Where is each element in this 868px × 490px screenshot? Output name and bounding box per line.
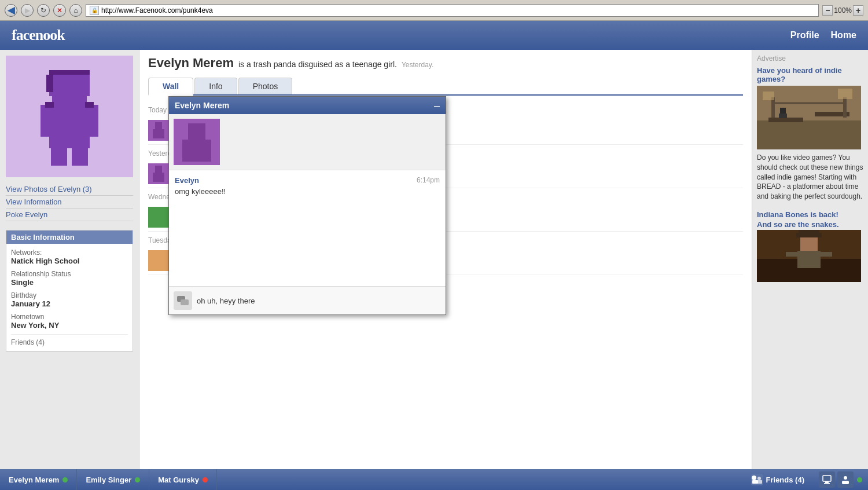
svg-rect-21 <box>188 123 205 140</box>
main-content: View Photos of Evelyn (3) View Informati… <box>0 50 868 469</box>
svg-rect-22 <box>182 140 211 162</box>
relationship-label: Relationship Status <box>11 270 128 278</box>
chat-reply-text: oh uh, heyy there <box>197 297 255 305</box>
home-button[interactable]: ⌂ <box>69 4 82 17</box>
svg-rect-12 <box>45 102 54 108</box>
svg-rect-51 <box>824 483 830 484</box>
profile-tabs: Wall Info Photos <box>148 78 743 96</box>
ad1-title[interactable]: Have you heard of indie games? <box>757 66 863 83</box>
zoom-level: 100% <box>834 6 852 14</box>
svg-rect-26 <box>757 120 861 149</box>
svg-rect-34 <box>763 92 774 100</box>
chat-bar-name-evelyn: Evelyn Merem <box>9 476 59 484</box>
ad1-image <box>757 86 861 149</box>
site-logo[interactable]: facenook <box>12 27 65 44</box>
post-avatar-2-icon <box>148 163 169 184</box>
status-dot-mat <box>203 477 208 482</box>
friends-icon <box>751 474 763 485</box>
chat-bar-friends[interactable]: Friends (4) <box>742 469 813 490</box>
svg-rect-45 <box>752 476 756 480</box>
hometown-row: Hometown New York, NY <box>11 313 128 330</box>
relationship-value: Single <box>11 278 128 287</box>
left-sidebar: View Photos of Evelyn (3) View Informati… <box>0 50 139 469</box>
birthday-value: January 12 <box>11 299 128 308</box>
svg-rect-11 <box>62 98 76 105</box>
svg-rect-24 <box>181 299 189 305</box>
profile-picture <box>6 56 133 177</box>
address-icon: 🔒 <box>90 6 99 15</box>
stop-button[interactable]: ✕ <box>53 4 66 17</box>
birthday-label: Birthday <box>11 291 128 299</box>
svg-rect-33 <box>843 97 847 118</box>
chat-minimize-button[interactable]: – <box>434 100 440 111</box>
nav-home[interactable]: Home <box>831 30 856 41</box>
profile-silhouette-icon <box>23 64 116 169</box>
zoom-controls: − 100% + <box>822 5 863 16</box>
address-bar[interactable]: 🔒 http://www.Facenook.com/punk4eva <box>86 4 819 17</box>
ad1-description[interactable]: Do you like video games? You should chec… <box>757 153 863 202</box>
nav-profile[interactable]: Profile <box>790 30 819 41</box>
networks-label: Networks: <box>11 248 128 257</box>
svg-rect-44 <box>757 230 861 282</box>
back-button[interactable]: ◀ <box>5 4 17 17</box>
svg-rect-15 <box>155 122 162 129</box>
zoom-out-button[interactable]: − <box>822 5 833 16</box>
tab-info[interactable]: Info <box>194 78 237 94</box>
svg-point-52 <box>844 476 847 480</box>
chat-header: Evelyn Merem – <box>169 97 446 114</box>
zoom-in-button[interactable]: + <box>853 5 863 16</box>
chat-bar-item-mat[interactable]: Mat Gursky <box>149 469 217 490</box>
ad-block-2: Indiana Bones is back! And so are the sn… <box>757 210 863 282</box>
friends-list-icon <box>752 476 762 484</box>
center-content: Evelyn Merem is a trash panda disguised … <box>139 50 752 469</box>
chat-bar-name-mat: Mat Gursky <box>158 476 199 484</box>
browser-toolbar: ◀ ▶ ↻ ✕ ⌂ 🔒 http://www.Facenook.com/punk… <box>0 0 868 21</box>
view-photos-link[interactable]: View Photos of Evelyn (3) <box>6 183 133 196</box>
svg-rect-9 <box>51 148 67 166</box>
chat-body: Evelyn 6:14pm omg kyleeeee!! <box>169 170 446 286</box>
post-avatar-4 <box>148 250 169 271</box>
svg-rect-49 <box>823 476 831 481</box>
chat-input-area: oh uh, heyy there <box>169 286 446 315</box>
tab-photos[interactable]: Photos <box>238 78 293 94</box>
chat-status-dot <box>857 477 862 482</box>
svg-rect-5 <box>46 75 53 92</box>
basic-info-section: Basic Information Networks: Natick High … <box>6 230 133 352</box>
ad2-image <box>757 230 861 282</box>
chat-settings-button[interactable] <box>819 471 835 488</box>
basic-info-body: Networks: Natick High School Relationshi… <box>6 244 133 351</box>
poke-link[interactable]: Poke Evelyn <box>6 209 133 221</box>
svg-rect-19 <box>153 173 164 182</box>
status-dot-evelyn <box>62 477 68 482</box>
svg-rect-7 <box>41 105 52 137</box>
hometown-label: Hometown <box>11 313 128 321</box>
refresh-button[interactable]: ↻ <box>37 4 50 17</box>
view-info-link[interactable]: View Information <box>6 196 133 209</box>
friends-count[interactable]: Friends (4) <box>11 334 128 346</box>
chat-bar-item-evelyn[interactable]: Evelyn Merem <box>0 469 77 490</box>
chat-window-title: Evelyn Merem <box>175 101 229 110</box>
ad1-image-svg <box>757 86 861 149</box>
ad-block-1: Have you heard of indie games? <box>757 66 863 202</box>
hometown-value: New York, NY <box>11 321 128 330</box>
svg-rect-4 <box>49 70 90 75</box>
ad2-title2[interactable]: And so are the snakes. <box>757 220 863 229</box>
svg-rect-35 <box>838 89 852 99</box>
svg-rect-48 <box>757 480 762 484</box>
advertise-label: Advertise <box>757 54 863 63</box>
chat-bar-item-emily[interactable]: Emily Singer <box>77 469 149 490</box>
profile-status: is a trash panda disguised as a teenage … <box>238 60 397 69</box>
relationship-row: Relationship Status Single <box>11 270 128 287</box>
svg-rect-2 <box>84 73 90 96</box>
ad2-title1[interactable]: Indiana Bones is back! <box>757 210 863 219</box>
status-dot-emily <box>135 477 140 482</box>
svg-rect-29 <box>780 108 786 114</box>
chat-user-button[interactable] <box>837 471 854 488</box>
url-text: http://www.Facenook.com/punk4eva <box>101 6 213 14</box>
monitor-icon <box>822 475 832 484</box>
svg-rect-30 <box>779 114 787 118</box>
tab-wall[interactable]: Wall <box>148 78 193 96</box>
forward-button[interactable]: ▶ <box>21 4 34 17</box>
svg-rect-13 <box>85 102 94 108</box>
svg-rect-16 <box>153 129 164 138</box>
